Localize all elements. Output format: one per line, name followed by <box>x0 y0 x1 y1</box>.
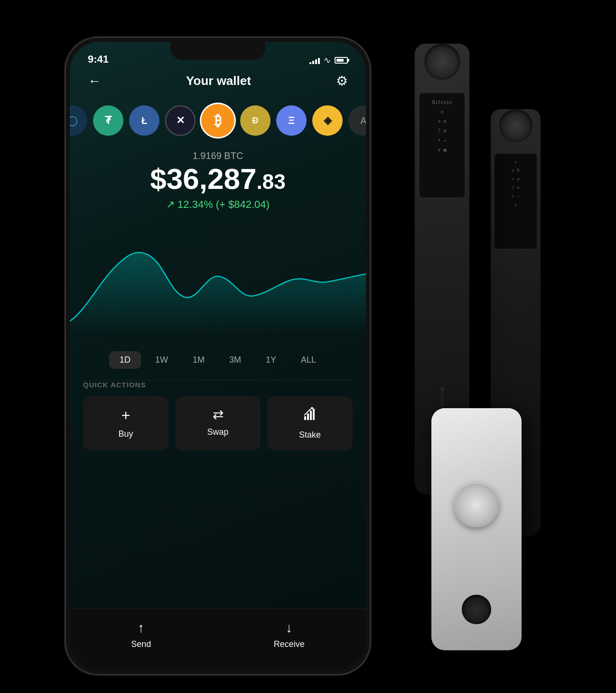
battery-fill <box>336 59 344 62</box>
stake-label: Stake <box>299 430 321 440</box>
stake-icon <box>302 407 317 425</box>
usd-cents: .83 <box>256 170 285 193</box>
swap-label: Swap <box>207 427 228 437</box>
balance-section: 1.9169 BTC $36,287.83 ↗ 12.34% (+ $842.0… <box>70 147 366 220</box>
hw2-screen-line2: ⊙ B <box>496 166 535 175</box>
send-button[interactable]: ↑ Send <box>131 620 151 649</box>
page-title: Your wallet <box>186 74 251 88</box>
settings-button[interactable]: ⚙ <box>336 73 348 89</box>
scene: 9:41 ∿ ← Your wallet <box>47 14 569 679</box>
battery-icon <box>335 57 348 64</box>
hw2-screen-line5: + ↗ <box>496 192 535 200</box>
status-time: 9:41 <box>88 53 109 66</box>
hw2-screen-line1: ∧ <box>496 158 535 166</box>
quick-actions-section: QUICK ACTIONS + Buy ⇄ Swap <box>70 381 366 460</box>
quick-actions-label: QUICK ACTIONS <box>83 381 353 389</box>
hw1-label: Bitcoin <box>440 387 445 407</box>
receive-button[interactable]: ↓ Receive <box>274 620 305 649</box>
coin-xrp[interactable]: ✕ <box>165 105 196 136</box>
coin-tether[interactable]: ₮ <box>93 105 123 136</box>
buy-icon: + <box>121 407 131 424</box>
signal-bar-2 <box>312 61 314 64</box>
phone-screen: 9:41 ∿ ← Your wallet <box>70 42 366 670</box>
time-filter-all[interactable]: ALL <box>290 351 327 369</box>
coin-ethereum[interactable]: Ξ <box>276 105 307 136</box>
coin-litecoin[interactable]: Ł <box>129 105 159 136</box>
usd-balance: $36,287.83 <box>79 164 356 194</box>
signal-bar-3 <box>315 59 317 64</box>
bottom-bar: ↑ Send ↓ Receive <box>70 609 366 670</box>
quick-actions-row: + Buy ⇄ Swap <box>83 396 353 450</box>
hw1-screen-line4: Ξ ⊕ <box>422 126 462 136</box>
time-filter-1d[interactable]: 1D <box>109 351 141 369</box>
wifi-icon: ∿ <box>324 55 331 66</box>
svg-rect-0 <box>304 416 306 420</box>
phone: 9:41 ∿ ← Your wallet <box>66 38 370 674</box>
svg-rect-1 <box>307 413 309 420</box>
crypto-amount: 1.9169 BTC <box>79 150 356 161</box>
hw1-screen-line2: ⊙ <box>422 107 462 117</box>
price-chart <box>70 220 366 344</box>
receive-icon: ↓ <box>286 620 292 636</box>
nano-s-sheen <box>431 408 522 650</box>
svg-rect-2 <box>310 411 312 420</box>
hw1-screen-line6: ∨ ▣ <box>422 145 462 155</box>
status-icons: ∿ <box>309 55 348 66</box>
coin-bnb[interactable]: ◈ <box>312 105 343 136</box>
hw2-screen-line4: Ξ ⊡ <box>496 183 535 192</box>
time-filters: 1D 1W 1M 3M 1Y ALL <box>70 344 366 380</box>
swap-icon: ⇄ <box>213 407 224 422</box>
notch <box>170 42 265 60</box>
signal-bar-4 <box>318 58 320 64</box>
hw1-top-button <box>424 44 460 80</box>
back-button[interactable]: ← <box>88 74 101 89</box>
app-header: ← Your wallet ⚙ <box>70 69 366 96</box>
hw2-screen-line3: × ρ <box>496 175 535 183</box>
signal-bar-1 <box>309 62 311 64</box>
hw1-screen-line3: × ⊕ <box>422 117 462 126</box>
chart-svg <box>70 225 366 334</box>
balance-change: ↗ 12.34% (+ $842.04) <box>79 198 356 211</box>
swap-button[interactable]: ⇄ Swap <box>175 396 261 450</box>
hw1-screen: Bitcoin ⊙ × ⊕ Ξ ⊕ + ↗ ∨ ▣ <box>420 93 465 197</box>
time-filter-3m[interactable]: 3M <box>219 351 252 369</box>
hw1-screen-line5: + ↗ <box>422 136 462 145</box>
change-arrow: ↗ <box>166 198 175 211</box>
coin-partial-left[interactable]: ◯ <box>70 105 87 136</box>
stake-button[interactable]: Stake <box>267 396 353 450</box>
coin-dogecoin[interactable]: Ð <box>240 105 271 136</box>
time-filter-1y[interactable]: 1Y <box>255 351 287 369</box>
buy-button[interactable]: + Buy <box>83 396 168 450</box>
coin-algo[interactable]: A <box>348 105 366 136</box>
coins-row: ◯ ₮ Ł ✕ ₿ Ð <box>70 96 366 147</box>
hw2-screen-line6: ∨ <box>496 200 535 209</box>
time-filter-1w[interactable]: 1W <box>145 351 178 369</box>
change-amount: (+ $842.04) <box>216 198 270 211</box>
usd-main: $36,287 <box>150 162 256 195</box>
svg-rect-3 <box>313 409 315 420</box>
hw2-screen: ∧ ⊙ B × ρ Ξ ⊡ + ↗ ∨ <box>495 154 537 249</box>
hw1-screen-line1: Bitcoin <box>422 98 462 107</box>
receive-label: Receive <box>274 639 305 649</box>
ledger-nano-s <box>431 408 522 650</box>
coin-bitcoin[interactable]: ₿ <box>201 104 234 137</box>
buy-label: Buy <box>118 429 133 439</box>
time-filter-1m[interactable]: 1M <box>182 351 215 369</box>
send-label: Send <box>131 639 151 649</box>
signal-icon <box>309 56 320 64</box>
hw2-top-button <box>499 109 532 142</box>
send-icon: ↑ <box>138 620 144 636</box>
chart-fill <box>70 253 366 334</box>
change-percent: 12.34% <box>177 198 213 211</box>
